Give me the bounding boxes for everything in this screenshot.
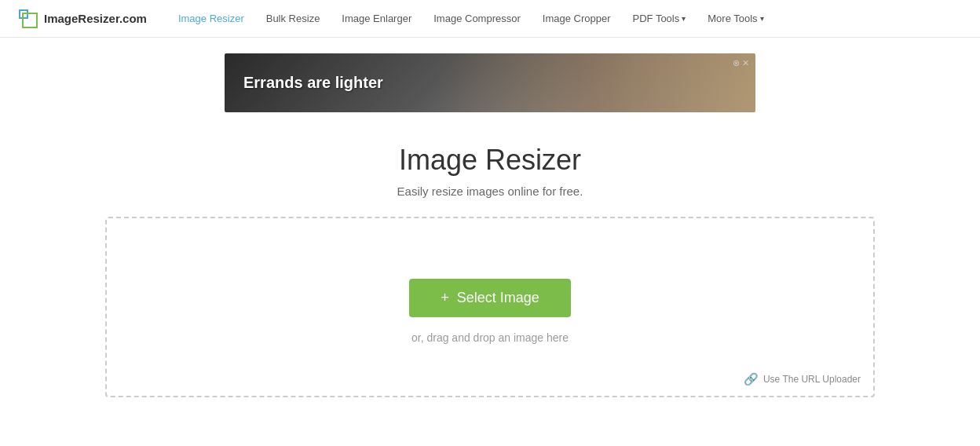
- nav-links: Image Resizer Bulk Resize Image Enlarger…: [178, 13, 961, 24]
- ad-banner[interactable]: Errands are lighter ⊗ ✕: [225, 53, 755, 112]
- page-subtitle: Easily resize images online for free.: [397, 185, 583, 198]
- link-icon: 🔗: [744, 372, 759, 386]
- plus-icon: +: [441, 290, 449, 306]
- nav-image-enlarger[interactable]: Image Enlarger: [342, 13, 411, 24]
- navbar: ImageResizer.com Image Resizer Bulk Resi…: [0, 0, 980, 38]
- drag-drop-text: or, drag and drop an image here: [411, 331, 569, 344]
- url-uploader-label: Use The URL Uploader: [763, 374, 861, 385]
- ad-food-overlay: [437, 53, 755, 112]
- nav-pdf-tools[interactable]: PDF Tools ▾: [633, 13, 686, 24]
- nav-image-compressor[interactable]: Image Compressor: [433, 13, 521, 24]
- nav-more-tools-label: More Tools: [708, 13, 757, 24]
- main-content: Image Resizer Easily resize images onlin…: [0, 120, 980, 397]
- page-title: Image Resizer: [399, 144, 581, 177]
- nav-bulk-resize[interactable]: Bulk Resize: [266, 13, 320, 24]
- ad-close-button[interactable]: ⊗ ✕: [733, 58, 749, 68]
- upload-zone[interactable]: + Select Image or, drag and drop an imag…: [105, 217, 875, 397]
- svg-rect-1: [23, 13, 37, 27]
- ad-text: Errands are lighter: [225, 74, 383, 92]
- select-image-button[interactable]: + Select Image: [409, 279, 571, 317]
- logo[interactable]: ImageResizer.com: [19, 9, 147, 28]
- logo-icon: [19, 9, 38, 28]
- nav-pdf-tools-label: PDF Tools: [633, 13, 680, 24]
- nav-more-tools[interactable]: More Tools ▾: [708, 13, 763, 24]
- logo-text: ImageResizer.com: [44, 12, 147, 25]
- url-uploader-link[interactable]: 🔗 Use The URL Uploader: [744, 372, 861, 386]
- select-image-label: Select Image: [457, 290, 539, 306]
- ad-container: Errands are lighter ⊗ ✕: [0, 53, 980, 112]
- pdf-tools-chevron-icon: ▾: [682, 14, 686, 23]
- nav-image-cropper[interactable]: Image Cropper: [543, 13, 611, 24]
- more-tools-chevron-icon: ▾: [760, 14, 764, 23]
- nav-image-resizer[interactable]: Image Resizer: [178, 13, 244, 24]
